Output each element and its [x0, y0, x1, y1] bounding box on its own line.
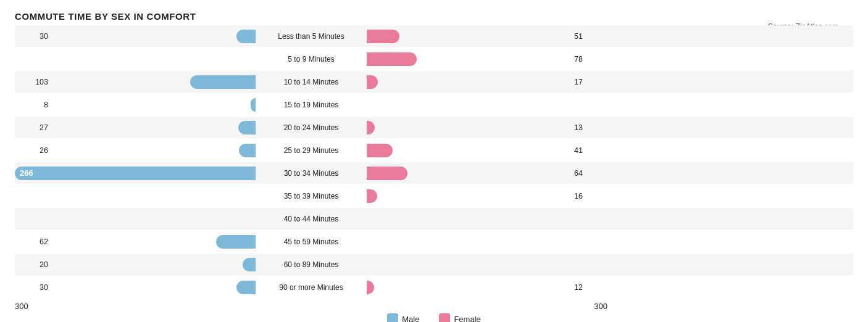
male-bar — [190, 75, 256, 89]
female-bar — [367, 121, 375, 134]
chart-row: 40 to 44 Minutes — [15, 208, 853, 229]
row-label: 45 to 59 Minutes — [256, 237, 367, 246]
female-label: Female — [454, 315, 480, 323]
chart-row: 266 30 to 34 Minutes 64 — [15, 162, 853, 184]
female-value: 16 — [570, 192, 607, 200]
row-label: 35 to 39 Minutes — [256, 192, 367, 200]
row-label: 30 to 34 Minutes — [256, 169, 367, 178]
chart-row: 62 45 to 59 Minutes — [15, 231, 853, 252]
chart-row: 30 90 or more Minutes 12 — [15, 276, 853, 298]
female-value: 41 — [570, 146, 607, 155]
legend-female: Female — [439, 313, 480, 322]
axis-right-label: 300 — [367, 302, 607, 311]
chart-row: 27 20 to 24 Minutes 13 — [15, 117, 853, 138]
axis-row: 300 300 — [15, 302, 853, 311]
male-label: Male — [402, 315, 419, 323]
female-bar — [367, 30, 399, 43]
female-value: 78 — [570, 55, 607, 64]
chart-row: 26 25 to 29 Minutes 41 — [15, 139, 853, 161]
chart-row: 30 Less than 5 Minutes 51 — [15, 25, 853, 47]
legend-male: Male — [387, 313, 419, 322]
male-bar — [236, 30, 256, 43]
row-label: 15 to 19 Minutes — [256, 101, 367, 109]
male-bar — [251, 98, 256, 112]
male-value: 26 — [15, 146, 52, 155]
male-value: 8 — [15, 101, 52, 109]
male-value: 30 — [15, 32, 52, 41]
chart-row: 35 to 39 Minutes 16 — [15, 185, 853, 207]
chart-row: 8 15 to 19 Minutes — [15, 94, 853, 115]
female-value: 13 — [570, 123, 607, 132]
male-value: 27 — [15, 123, 52, 132]
row-label: 90 or more Minutes — [256, 283, 367, 292]
chart-row: 103 10 to 14 Minutes 17 — [15, 71, 853, 93]
male-bar — [239, 144, 256, 157]
axis-left-label: 300 — [15, 302, 256, 311]
row-label: 20 to 24 Minutes — [256, 123, 367, 132]
male-value: 62 — [15, 237, 52, 246]
male-bar — [238, 121, 256, 134]
male-bar — [243, 258, 256, 271]
male-value: 20 — [15, 260, 52, 269]
legend: Male Female — [15, 313, 853, 322]
female-value: 17 — [570, 78, 607, 86]
female-bar — [367, 144, 393, 157]
male-bar — [236, 281, 256, 294]
male-value: 103 — [15, 78, 52, 86]
male-swatch — [387, 313, 398, 322]
female-value: 12 — [570, 283, 607, 292]
chart-title: COMMUTE TIME BY SEX IN COMFORT — [15, 11, 853, 22]
row-label: 40 to 44 Minutes — [256, 215, 367, 223]
chart-area: 30 Less than 5 Minutes 51 5 to 9 Minutes… — [15, 25, 853, 298]
female-bar — [367, 167, 407, 180]
female-value: 64 — [570, 169, 607, 178]
male-bar — [216, 235, 256, 249]
row-label: 10 to 14 Minutes — [256, 78, 367, 86]
female-swatch — [439, 313, 450, 322]
row-label: 5 to 9 Minutes — [256, 55, 367, 64]
female-bar — [367, 189, 377, 203]
row-label: 25 to 29 Minutes — [256, 146, 367, 155]
chart-row: 5 to 9 Minutes 78 — [15, 48, 853, 70]
male-value: 30 — [15, 283, 52, 292]
chart-row: 20 60 to 89 Minutes — [15, 254, 853, 275]
female-bar — [367, 281, 374, 294]
male-bar: 266 — [15, 167, 256, 180]
row-label: 60 to 89 Minutes — [256, 260, 367, 269]
female-bar — [367, 52, 417, 66]
female-value: 51 — [570, 32, 607, 41]
female-bar — [367, 75, 378, 89]
row-label: Less than 5 Minutes — [256, 32, 367, 41]
